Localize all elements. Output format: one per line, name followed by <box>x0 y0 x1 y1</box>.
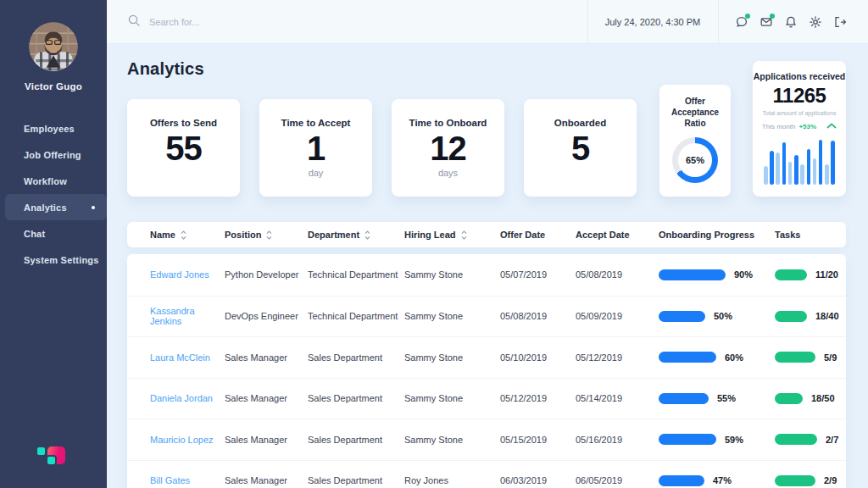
kpi-unit <box>524 168 637 179</box>
mail-icon[interactable] <box>760 15 773 29</box>
hiring-lead-cell: Sammy Stone <box>404 352 500 363</box>
accept-date-cell: 05/14/2019 <box>576 393 659 403</box>
notifications-icon[interactable] <box>784 15 798 29</box>
table-row: Daniela JordanSales ManagerSales Departm… <box>127 378 846 419</box>
notification-badge <box>745 14 750 19</box>
tasks-cell: 2/7 <box>775 434 846 445</box>
column-header-hiring_lead[interactable]: Hiring Lead <box>404 222 500 247</box>
sort-icon[interactable] <box>266 230 272 240</box>
department-cell: Technical Department <box>308 269 404 280</box>
main-area: July 24, 2020, 4:30 PM Analytics Offers … <box>107 0 868 488</box>
sidebar-item-system-settings[interactable]: System Settings <box>0 247 107 273</box>
applications-bar-chart <box>764 137 835 185</box>
avatar[interactable] <box>29 22 78 71</box>
hiring-lead-cell: Sammy Stone <box>404 269 500 280</box>
position-cell: Sales Manager <box>225 475 308 485</box>
position-cell: Sales Manager <box>225 435 308 445</box>
user-name: Victor Gugo <box>0 81 107 92</box>
accept-date-cell: 05/08/2019 <box>576 269 659 280</box>
hiring-lead-cell: Sammy Stone <box>404 311 500 321</box>
avatar-image <box>29 22 78 71</box>
employee-name-link[interactable]: Bill Gates <box>150 475 225 485</box>
employee-name-link[interactable]: Mauricio Lopez <box>150 435 225 445</box>
kpi-unit: day <box>259 168 372 179</box>
search-box <box>127 0 336 44</box>
applications-subtitle: Total amount of applications <box>753 110 846 116</box>
onboarding-progress-cell: 50% <box>659 311 775 322</box>
position-cell: Sales Manager <box>225 352 308 363</box>
chart-bar <box>776 152 780 185</box>
logout-icon[interactable] <box>833 15 847 29</box>
offer-acceptance-title: Offer Acceptance Ratio <box>666 96 724 129</box>
sort-icon[interactable] <box>181 230 186 240</box>
sort-icon[interactable] <box>364 230 370 240</box>
onboarding-progress-cell: 47% <box>659 475 775 486</box>
chart-bar <box>813 158 817 185</box>
chart-bar <box>782 142 787 185</box>
column-header-name[interactable]: Name <box>150 222 225 247</box>
chart-bar <box>788 162 793 185</box>
app-window: Victor Gugo EmployeesJob OfferingWorkflo… <box>0 0 868 488</box>
sidebar-nav: EmployeesJob OfferingWorkflowAnalyticsCh… <box>0 115 107 273</box>
table-header: NamePositionDepartmentHiring LeadOffer D… <box>127 222 846 247</box>
tasks-bar <box>775 311 807 322</box>
search-input[interactable] <box>149 17 336 27</box>
column-label: Hiring Lead <box>404 230 456 240</box>
chart-bar <box>794 155 798 185</box>
employee-name-link[interactable]: Kassandra Jenkins <box>150 306 225 326</box>
sidebar-item-label: Analytics <box>24 202 67 213</box>
sidebar-item-chat[interactable]: Chat <box>0 220 107 247</box>
employee-name-link[interactable]: Daniela Jordan <box>150 393 225 403</box>
progress-percent: 55% <box>717 393 736 403</box>
table-row: Laura McCleinSales ManagerSales Departme… <box>127 336 846 378</box>
table-row: Bill GatesSales ManagerSales DepartmentR… <box>127 460 846 488</box>
department-cell: Technical Department <box>308 311 404 321</box>
topbar-divider <box>718 0 719 44</box>
column-label: Tasks <box>775 230 800 240</box>
tasks-bar <box>775 352 815 363</box>
period-label: This month <box>762 123 796 130</box>
offer-acceptance-card: Offer Acceptance Ratio 65% <box>659 85 731 197</box>
kpi-card-time-to-onboard: Time to Onboard12days <box>392 99 504 197</box>
applications-count: 11265 <box>753 84 846 108</box>
offer-date-cell: 05/08/2019 <box>500 311 576 321</box>
chart-bar <box>825 164 829 185</box>
delta-badge: +53% <box>798 123 816 130</box>
chart-bar <box>831 141 835 185</box>
onboarding-progress-cell: 55% <box>659 393 775 404</box>
column-header-tasks: Tasks <box>775 222 846 247</box>
offer-date-cell: 05/15/2019 <box>500 435 576 445</box>
column-header-department[interactable]: Department <box>308 222 404 247</box>
sort-icon[interactable] <box>461 230 467 240</box>
employee-name-link[interactable]: Laura McClein <box>150 352 225 363</box>
sidebar-item-employees[interactable]: Employees <box>0 115 107 141</box>
settings-icon[interactable] <box>809 15 822 29</box>
offer-date-cell: 06/03/2019 <box>500 475 576 485</box>
sidebar-item-workflow[interactable]: Workflow <box>0 168 107 194</box>
topbar: July 24, 2020, 4:30 PM <box>107 0 868 44</box>
tasks-count: 11/20 <box>815 269 838 280</box>
sidebar-item-analytics[interactable]: Analytics <box>5 194 107 220</box>
table-body: Edward JonesPython DeveloperTechnical De… <box>127 254 846 488</box>
applications-received-card: Applications received 11265 Total amount… <box>753 61 846 197</box>
accept-date-cell: 05/16/2019 <box>576 435 659 445</box>
search-icon <box>127 14 141 30</box>
kpi-label: Time to Accept <box>259 118 372 128</box>
sidebar-item-job-offering[interactable]: Job Offering <box>0 141 107 168</box>
analytics-page: Analytics Offers to Send55Time to Accept… <box>107 44 868 488</box>
sidebar-item-label: Chat <box>24 229 45 239</box>
column-label: Accept Date <box>576 230 630 240</box>
kpi-value: 5 <box>524 130 637 167</box>
column-label: Position <box>225 230 261 240</box>
onboarding-progress-cell: 59% <box>659 434 775 445</box>
employee-name-link[interactable]: Edward Jones <box>150 269 225 280</box>
tasks-bar <box>775 434 817 445</box>
progress-bar <box>659 475 704 486</box>
column-header-position[interactable]: Position <box>225 222 308 247</box>
progress-percent: 90% <box>734 269 753 280</box>
messages-icon[interactable] <box>735 15 748 29</box>
sidebar-item-label: Job Offering <box>24 150 81 160</box>
acceptance-donut-chart: 65% <box>672 137 718 183</box>
column-label: Name <box>150 230 175 240</box>
progress-percent: 60% <box>725 352 743 363</box>
